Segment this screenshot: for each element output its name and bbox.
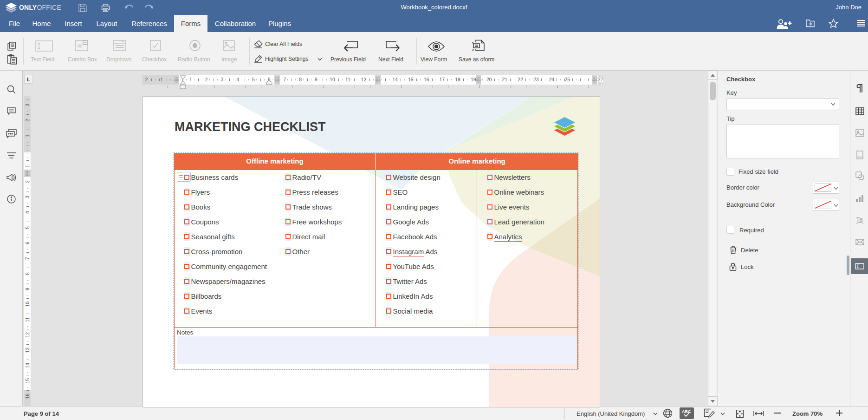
svg-text:ABC: ABC (682, 409, 691, 414)
svg-text:Ta: Ta (856, 216, 863, 223)
